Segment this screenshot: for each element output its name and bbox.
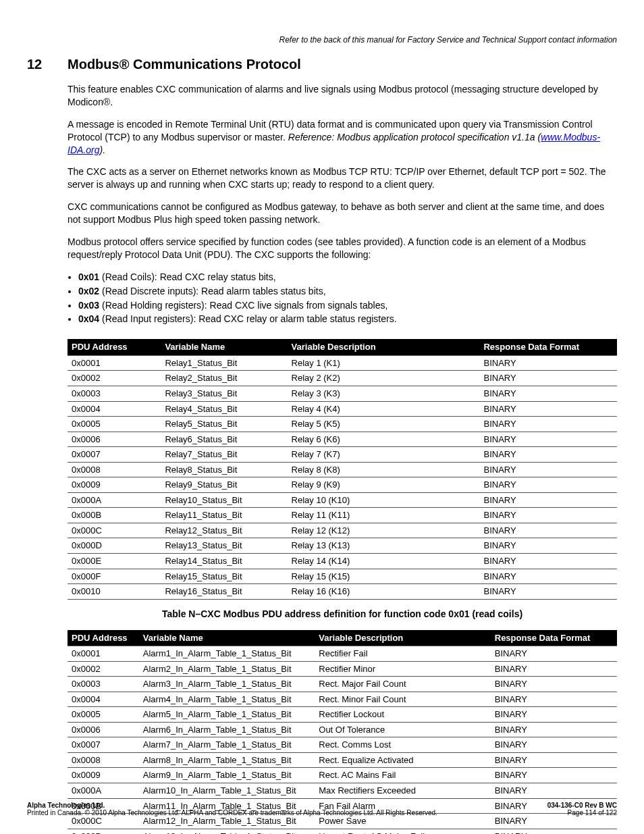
paragraph-4: CXC communications cannot be configured … bbox=[68, 201, 617, 226]
table-header-row: PDU Address Variable Name Variable Descr… bbox=[68, 630, 617, 646]
table-cell: Relay 11 (K11) bbox=[288, 508, 480, 523]
table-cell: 0x0001 bbox=[68, 355, 161, 371]
table-cell: 0x0010 bbox=[68, 584, 161, 600]
function-code-desc: (Read Coils): Read CXC relay status bits… bbox=[99, 271, 275, 282]
table-cell: Rect. Equalize Activated bbox=[315, 752, 490, 768]
function-code: 0x03 bbox=[78, 300, 99, 311]
th-response-format: Response Data Format bbox=[491, 630, 617, 646]
table-cell: Relay5_Status_Bit bbox=[161, 417, 287, 432]
table-cell: 0x0003 bbox=[68, 386, 161, 402]
list-item: 0x03 (Read Holding registers): Read CXC … bbox=[78, 299, 617, 312]
table-cell: BINARY bbox=[479, 554, 617, 569]
table-cell: BINARY bbox=[479, 447, 617, 463]
table-cell: Alarm6_In_Alarm_Table_1_Status_Bit bbox=[139, 722, 315, 737]
table-cell: BINARY bbox=[491, 737, 617, 753]
table-row: 0x0001Relay1_Status_BitRelay 1 (K1)BINAR… bbox=[68, 355, 617, 371]
table-row: 0x0007Relay7_Status_BitRelay 7 (K7)BINAR… bbox=[68, 447, 617, 463]
table-cell: Relay 1 (K1) bbox=[288, 355, 480, 371]
th-variable-description: Variable Description bbox=[315, 630, 490, 646]
table-row: 0x0005Alarm5_In_Alarm_Table_1_Status_Bit… bbox=[68, 707, 617, 723]
table-read-coils: PDU Address Variable Name Variable Descr… bbox=[68, 339, 617, 599]
table-cell: Relay 14 (K14) bbox=[288, 554, 480, 569]
table-cell: BINARY bbox=[491, 661, 617, 677]
table-row: 0x000FRelay15_Status_BitRelay 15 (K15)BI… bbox=[68, 569, 617, 584]
table-cell: BINARY bbox=[479, 538, 617, 554]
table-cell: Alarm10_In_Alarm_Table_1_Status_Bit bbox=[139, 783, 315, 799]
table-row: 0x0007Alarm7_In_Alarm_Table_1_Status_Bit… bbox=[68, 737, 617, 753]
table-cell: BINARY bbox=[479, 508, 617, 523]
table-cell: Out Of Tolerance bbox=[315, 722, 490, 737]
th-pdu-address: PDU Address bbox=[68, 630, 139, 646]
table-cell: Alarm9_In_Alarm_Table_1_Status_Bit bbox=[139, 768, 315, 783]
paragraph-1: This feature enables CXC communication o… bbox=[68, 83, 617, 109]
footer-pageinfo: Page 114 of 122 bbox=[568, 809, 617, 816]
footer-company: Alpha Technologies Ltd. bbox=[27, 802, 105, 809]
function-code-desc: (Read Holding registers): Read CXC live … bbox=[99, 300, 387, 311]
table-cell: Relay 10 (K10) bbox=[288, 492, 480, 508]
table-cell: Relay3_Status_Bit bbox=[161, 386, 287, 402]
section-heading: 12 Modbus® Communications Protocol bbox=[27, 57, 617, 72]
table-cell: 0x0008 bbox=[68, 752, 139, 768]
th-response-format: Response Data Format bbox=[479, 339, 617, 355]
table-cell: Rect. Minor Fail Count bbox=[315, 692, 490, 707]
table-cell: Rectifier Minor bbox=[315, 661, 490, 677]
table-cell: Relay9_Status_Bit bbox=[161, 477, 287, 493]
table-row: 0x000ERelay14_Status_BitRelay 14 (K14)BI… bbox=[68, 554, 617, 569]
para2-text-c: ). bbox=[99, 145, 105, 155]
table-row: 0x0006Alarm6_In_Alarm_Table_1_Status_Bit… bbox=[68, 722, 617, 737]
table-cell: Relay 16 (K16) bbox=[288, 584, 480, 600]
table-row: 0x0008Relay8_Status_BitRelay 8 (K8)BINAR… bbox=[68, 462, 617, 477]
function-code-list: 0x01 (Read Coils): Read CXC relay status… bbox=[78, 271, 617, 326]
table-cell: Relay 7 (K7) bbox=[288, 447, 480, 463]
table-cell: Alarm5_In_Alarm_Table_1_Status_Bit bbox=[139, 707, 315, 723]
table-cell: Relay15_Status_Bit bbox=[161, 569, 287, 584]
table-cell: Relay16_Status_Bit bbox=[161, 584, 287, 600]
table-cell: 0x0006 bbox=[68, 722, 139, 737]
table-row: 0x0002Alarm2_In_Alarm_Table_1_Status_Bit… bbox=[68, 661, 617, 677]
table-cell: 0x0002 bbox=[68, 371, 161, 386]
table-cell: Relay8_Status_Bit bbox=[161, 462, 287, 477]
table-cell: BINARY bbox=[479, 432, 617, 447]
table-cell: BINARY bbox=[479, 584, 617, 600]
function-code: 0x01 bbox=[78, 271, 99, 282]
table-cell: Relay 13 (K13) bbox=[288, 538, 480, 554]
table-cell: 0x000A bbox=[68, 783, 139, 799]
body-content: This feature enables CXC communication o… bbox=[68, 83, 617, 834]
table-cell: BINARY bbox=[491, 783, 617, 799]
table-cell: BINARY bbox=[491, 646, 617, 662]
table-cell: 0x0002 bbox=[68, 661, 139, 677]
list-item: 0x01 (Read Coils): Read CXC relay status… bbox=[78, 271, 617, 284]
table-cell: Relay 6 (K6) bbox=[288, 432, 480, 447]
table-row: 0x0008Alarm8_In_Alarm_Table_1_Status_Bit… bbox=[68, 752, 617, 768]
table-cell: 0x0006 bbox=[68, 432, 161, 447]
table-cell: Urgent Rect. AC Mains Fail bbox=[315, 829, 490, 834]
table-row: 0x0001Alarm1_In_Alarm_Table_1_Status_Bit… bbox=[68, 646, 617, 662]
table-cell: Rect. AC Mains Fail bbox=[315, 768, 490, 783]
table-cell: BINARY bbox=[491, 692, 617, 707]
table-cell: Max Rectifiers Exceeded bbox=[315, 783, 490, 799]
table-cell: Relay4_Status_Bit bbox=[161, 401, 287, 417]
paragraph-5: Modbus protocol offers service specified… bbox=[68, 236, 617, 261]
table-row: 0x0004Relay4_Status_BitRelay 4 (K4)BINAR… bbox=[68, 401, 617, 417]
table-cell: 0x000E bbox=[68, 554, 161, 569]
document-page: Refer to the back of this manual for Fac… bbox=[0, 0, 644, 834]
table-cell: Relay 9 (K9) bbox=[288, 477, 480, 493]
header-note: Refer to the back of this manual for Fac… bbox=[27, 35, 617, 45]
table-cell: Rectifier Lockout bbox=[315, 707, 490, 723]
table-cell: Alarm2_In_Alarm_Table_1_Status_Bit bbox=[139, 661, 315, 677]
table-cell: BINARY bbox=[491, 677, 617, 692]
table-cell: BINARY bbox=[479, 569, 617, 584]
table-cell: 0x0007 bbox=[68, 447, 161, 463]
table-row: 0x0002Relay2_Status_BitRelay 2 (K2)BINAR… bbox=[68, 371, 617, 386]
table-cell: 0x0004 bbox=[68, 401, 161, 417]
table-row: 0x0005Relay5_Status_BitRelay 5 (K5)BINAR… bbox=[68, 417, 617, 432]
table-cell: 0x000F bbox=[68, 569, 161, 584]
table-cell: BINARY bbox=[479, 371, 617, 386]
table1-caption: Table N–CXC Modbus PDU address definitio… bbox=[68, 608, 617, 621]
table-cell: 0x0007 bbox=[68, 737, 139, 753]
table-row: 0x000BRelay11_Status_BitRelay 11 (K11)BI… bbox=[68, 508, 617, 523]
table-cell: 0x000D bbox=[68, 538, 161, 554]
table-cell: 0x000D bbox=[68, 829, 139, 834]
table-row: 0x0006Relay6_Status_BitRelay 6 (K6)BINAR… bbox=[68, 432, 617, 447]
table-cell: Alarm3_In_Alarm_Table_1_Status_Bit bbox=[139, 677, 315, 692]
